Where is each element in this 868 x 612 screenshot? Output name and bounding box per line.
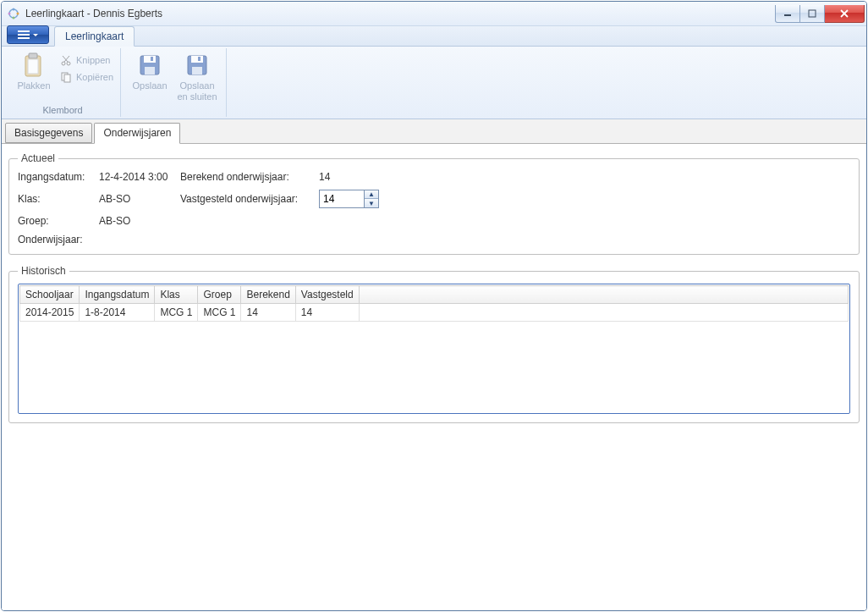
content-area: Actueel Ingangsdatum: 12-4-2014 3:00 Ber… <box>2 144 866 610</box>
th-groep[interactable]: Groep <box>198 286 241 304</box>
save-close-icon <box>184 52 211 79</box>
ribbon-tab-leerlingkaart[interactable]: Leerlingkaart <box>54 26 135 47</box>
legend-historisch: Historisch <box>18 265 69 277</box>
value-berekend-onderwijsjaar: 14 <box>319 171 330 183</box>
ribbon-app-menu-button[interactable] <box>7 25 49 44</box>
cut-label: Knippen <box>76 55 110 65</box>
svg-rect-24 <box>192 67 202 74</box>
copy-button[interactable]: Kopiëren <box>58 69 115 85</box>
save-and-close-button[interactable]: Opslaan en sluiten <box>173 50 221 115</box>
svg-rect-19 <box>144 56 156 63</box>
maximize-button[interactable] <box>800 5 825 23</box>
value-groep: AB-SO <box>99 215 180 227</box>
cell-berekend: 14 <box>241 304 295 322</box>
minimize-button[interactable] <box>775 5 800 23</box>
tab-basisgegevens[interactable]: Basisgegevens <box>5 123 92 143</box>
svg-rect-17 <box>64 74 70 82</box>
ribbon-group-label-save <box>126 115 221 117</box>
save-close-label: Opslaan en sluiten <box>173 80 221 102</box>
titlebar: Leerlingkaart - Dennis Egberts <box>2 2 866 26</box>
ribbon-body: Plakken Knippen <box>2 47 866 119</box>
historisch-grid[interactable]: Schooljaar Ingangsdatum Klas Groep Berek… <box>18 284 850 414</box>
cell-fill <box>359 304 848 322</box>
svg-point-3 <box>13 17 15 19</box>
th-vastgesteld[interactable]: Vastgesteld <box>295 286 359 304</box>
historisch-table: Schooljaar Ingangsdatum Klas Groep Berek… <box>19 285 849 322</box>
cell-groep: MCG 1 <box>198 304 241 322</box>
save-icon <box>136 52 163 79</box>
label-onderwijsjaar: Onderwijsjaar: <box>18 234 99 245</box>
value-ingangsdatum: 12-4-2014 3:00 <box>99 171 180 183</box>
label-berekend-onderwijsjaar: Berekend onderwijsjaar: <box>180 171 319 183</box>
svg-point-1 <box>13 8 15 11</box>
app-icon <box>7 7 20 20</box>
cut-button[interactable]: Knippen <box>58 52 115 69</box>
th-berekend[interactable]: Berekend <box>241 286 295 304</box>
svg-rect-25 <box>198 57 201 61</box>
th-schooljaar[interactable]: Schooljaar <box>20 286 80 304</box>
save-label: Opslaan <box>133 80 168 91</box>
window-buttons <box>775 5 865 22</box>
fieldset-historisch: Historisch Schooljaar Ingangsdatum Klas … <box>8 265 860 423</box>
ribbon-group-label-klembord: Klembord <box>10 105 115 117</box>
label-vastgesteld-onderwijsjaar: Vastgesteld onderwijsjaar: <box>180 193 319 205</box>
svg-rect-6 <box>809 10 816 17</box>
vastgesteld-onderwijsjaar-spinner[interactable]: ▲ ▼ <box>319 190 379 208</box>
close-button[interactable] <box>825 5 865 23</box>
svg-rect-10 <box>29 53 37 58</box>
svg-rect-11 <box>28 59 38 74</box>
label-ingangsdatum: Ingangsdatum: <box>18 171 99 183</box>
svg-point-4 <box>8 13 11 15</box>
ribbon-group-klembord: Plakken Knippen <box>5 48 121 117</box>
svg-point-2 <box>17 13 19 15</box>
paste-button[interactable]: Plakken <box>10 50 58 105</box>
copy-icon <box>59 70 73 84</box>
paste-label: Plakken <box>17 80 50 91</box>
tab-onderwijsjaren[interactable]: Onderwijsjaren <box>94 123 180 144</box>
scissors-icon <box>59 53 73 67</box>
vastgesteld-onderwijsjaar-input[interactable] <box>319 190 364 208</box>
spinner-up-button[interactable]: ▲ <box>365 190 378 199</box>
table-row[interactable]: 2014-2015 1-8-2014 MCG 1 MCG 1 14 14 <box>20 304 849 322</box>
window-title: Leerlingkaart - Dennis Egberts <box>25 8 775 19</box>
label-groep: Groep: <box>18 215 99 227</box>
svg-rect-23 <box>191 56 203 63</box>
spinner-down-button[interactable]: ▼ <box>365 199 378 207</box>
th-fill <box>359 286 848 304</box>
table-header-row: Schooljaar Ingangsdatum Klas Groep Berek… <box>20 286 849 304</box>
svg-point-12 <box>62 62 65 65</box>
svg-rect-21 <box>151 57 153 61</box>
th-klas[interactable]: Klas <box>155 286 198 304</box>
ribbon-group-save: Opslaan Opslaan en sluiten <box>121 48 227 117</box>
svg-rect-20 <box>145 67 155 74</box>
cell-ingangsdatum: 1-8-2014 <box>80 304 155 322</box>
cell-klas: MCG 1 <box>155 304 198 322</box>
copy-label: Kopiëren <box>76 72 113 82</box>
ribbon-header: Leerlingkaart <box>2 26 866 47</box>
svg-rect-5 <box>784 14 791 16</box>
save-button[interactable]: Opslaan <box>126 50 173 115</box>
value-klas: AB-SO <box>99 193 180 205</box>
clipboard-icon <box>20 52 47 79</box>
svg-point-13 <box>67 62 70 65</box>
label-klas: Klas: <box>18 193 99 205</box>
app-window: Leerlingkaart - Dennis Egberts <box>1 1 867 611</box>
subtab-bar: Basisgegevens Onderwijsjaren <box>2 119 866 144</box>
cell-schooljaar: 2014-2015 <box>20 304 80 322</box>
th-ingangsdatum[interactable]: Ingangsdatum <box>80 286 155 304</box>
legend-actueel: Actueel <box>18 152 58 164</box>
cell-vastgesteld: 14 <box>295 304 359 322</box>
fieldset-actueel: Actueel Ingangsdatum: 12-4-2014 3:00 Ber… <box>8 152 860 255</box>
